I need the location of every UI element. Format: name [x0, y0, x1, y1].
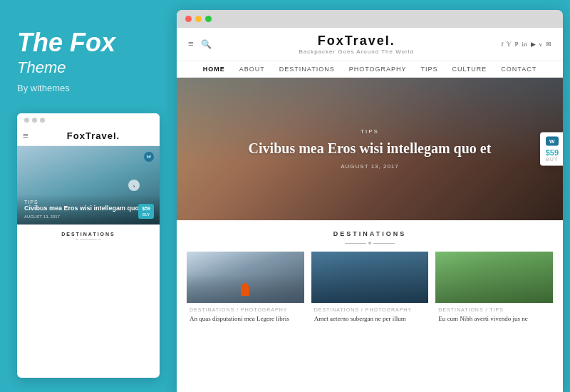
nav-item-photography[interactable]: PHOTOGRAPHY: [349, 66, 407, 73]
social-facebook[interactable]: f: [501, 41, 503, 48]
theme-subtitle: Theme: [17, 58, 160, 77]
nav-item-home[interactable]: HOME: [203, 66, 225, 73]
site-header-right: f 𝕐 P in ▶ v ✉: [501, 41, 551, 48]
card-image-3: [435, 252, 553, 303]
mini-hero-title: Civibus mea Eros wisi intellegam quo et: [24, 205, 152, 213]
mini-hero-date: AUGUST 13, 2017: [24, 215, 152, 219]
card-category-3: DESTINATIONS / TIPS: [438, 307, 550, 312]
nav-item-tips[interactable]: TIPS: [421, 66, 438, 73]
mini-destinations-divider: [80, 239, 97, 240]
browser-window: ≡ 🔍 FoxTravel. Backpacker Goes Around Th…: [177, 10, 563, 392]
search-icon[interactable]: 🔍: [201, 39, 212, 50]
price-badge-wp: W: [546, 137, 559, 146]
divider-line-left: [345, 243, 366, 244]
price-badge-amount: $59: [546, 148, 559, 157]
card-body-3: DESTINATIONS / TIPS Eu cum Nibh averti v…: [435, 303, 553, 328]
site-logo-area: FoxTravel. Backpacker Goes Around The Wo…: [212, 33, 502, 55]
mini-dot-1: [24, 118, 29, 123]
destinations-label: DESTINATIONS: [187, 230, 553, 237]
browser-dot-close[interactable]: [185, 16, 192, 22]
site-header-left: ≡ 🔍: [188, 38, 212, 50]
nav-item-contact[interactable]: CONTACT: [501, 66, 537, 73]
site-nav: HOME ABOUT DESTINATIONS PHOTOGRAPHY TIPS…: [177, 61, 563, 78]
divider-line-right: [373, 243, 395, 244]
card-1[interactable]: DESTINATIONS / PHOTOGRAPHY An quas dispu…: [187, 252, 304, 328]
mini-preview-header: [17, 113, 160, 127]
mini-dot-2: [32, 118, 37, 123]
card-image-1: [187, 252, 304, 303]
browser-chrome: [177, 10, 563, 28]
card-2[interactable]: DESTINATIONS / PHOTOGRAPHY Amet aeterno …: [311, 252, 429, 328]
site-header: ≡ 🔍 FoxTravel. Backpacker Goes Around Th…: [177, 28, 563, 61]
social-instagram[interactable]: in: [522, 41, 527, 48]
destinations-section: DESTINATIONS DESTINATIONS / PHOTOGRAPHY: [177, 220, 563, 334]
mini-destinations: DESTINATIONS: [17, 225, 160, 247]
nav-item-culture[interactable]: CULTURE: [452, 66, 487, 73]
price-badge[interactable]: W $59 BUY: [540, 133, 563, 166]
menu-icon[interactable]: ≡: [188, 38, 194, 50]
card-body-2: DESTINATIONS / PHOTOGRAPHY Amet aeterno …: [311, 303, 429, 328]
mini-hero: TIPS Civibus mea Eros wisi intellegam qu…: [17, 146, 160, 225]
card-title-1: An quas disputationi mea Legere libris: [190, 314, 301, 324]
social-youtube[interactable]: ▶: [531, 41, 536, 48]
nav-item-about[interactable]: ABOUT: [239, 66, 265, 73]
site-tagline: Backpacker Goes Around The World: [212, 48, 502, 55]
hero-title: Civibus mea Eros wisi intellegam quo et: [234, 139, 504, 158]
social-pinterest[interactable]: P: [514, 41, 518, 48]
card-image-2: [311, 252, 429, 303]
card-title-3: Eu cum Nibh averti vivendo jus ne: [438, 314, 550, 324]
left-panel: The Fox Theme By withemes ≡ FoxTravel. T…: [0, 0, 177, 392]
social-email[interactable]: ✉: [546, 41, 551, 48]
section-divider: [187, 242, 553, 244]
mini-logo: FoxTravel.: [33, 130, 154, 141]
mini-dot-3: [40, 118, 45, 123]
social-twitter[interactable]: 𝕐: [507, 41, 511, 48]
browser-dot-minimize[interactable]: [195, 16, 202, 22]
mini-preview-card: ≡ FoxTravel. TIPS Civibus mea Eros wisi …: [17, 113, 160, 378]
card-body-1: DESTINATIONS / PHOTOGRAPHY An quas dispu…: [187, 303, 304, 328]
cards-row: DESTINATIONS / PHOTOGRAPHY An quas dispu…: [187, 252, 553, 328]
mini-nav: ≡ FoxTravel.: [17, 127, 160, 146]
card-category-2: DESTINATIONS / PHOTOGRAPHY: [314, 307, 426, 312]
mini-menu-icon: ≡: [23, 130, 28, 142]
mini-wp-icon: W: [144, 152, 154, 162]
mini-arrow-icon: ›: [128, 180, 140, 191]
theme-by: By withemes: [17, 83, 160, 93]
hero-content: TIPS Civibus mea Eros wisi intellegam qu…: [234, 128, 504, 170]
price-badge-buy-label: BUY: [546, 157, 559, 162]
hero-tips-label: TIPS: [234, 128, 504, 135]
card-category-1: DESTINATIONS / PHOTOGRAPHY: [190, 307, 301, 312]
hero-date: AUGUST 13, 2017: [234, 163, 504, 170]
browser-dot-maximize[interactable]: [205, 16, 212, 22]
card-3[interactable]: DESTINATIONS / TIPS Eu cum Nibh averti v…: [435, 252, 553, 328]
mini-price-badge: $59 BUY: [138, 204, 154, 218]
theme-title: The Fox: [17, 29, 160, 57]
social-vimeo[interactable]: v: [539, 41, 543, 48]
mini-destinations-label: DESTINATIONS: [23, 232, 154, 237]
divider-dot: [368, 242, 371, 244]
card-title-2: Amet aeterno subergan ne per illum: [314, 314, 426, 324]
mini-tips-label: TIPS: [24, 200, 152, 205]
site-hero: TIPS Civibus mea Eros wisi intellegam qu…: [177, 78, 563, 220]
website-preview: ≡ 🔍 FoxTravel. Backpacker Goes Around Th…: [177, 28, 563, 392]
nav-item-destinations[interactable]: DESTINATIONS: [279, 66, 335, 73]
site-logo: FoxTravel.: [212, 33, 502, 48]
